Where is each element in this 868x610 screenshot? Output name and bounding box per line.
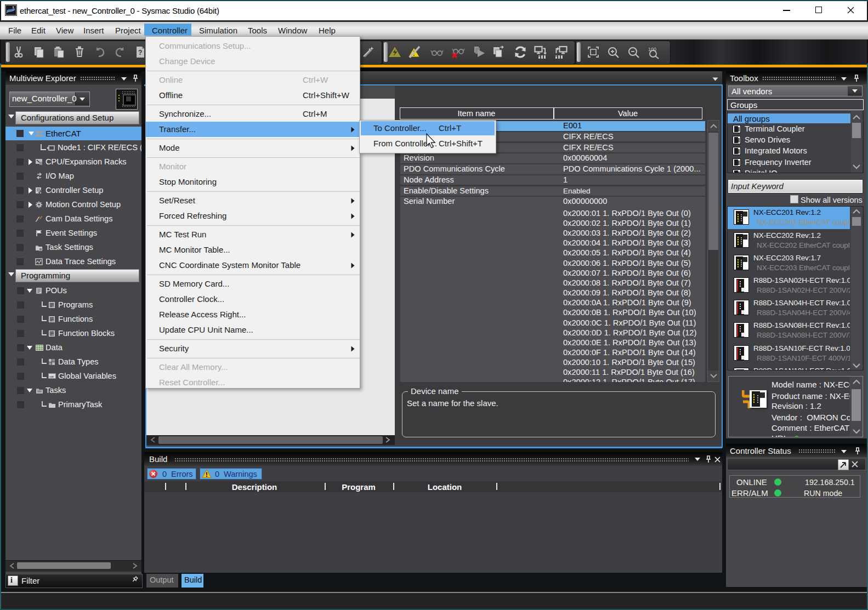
svg-text:?: ?: [138, 49, 142, 56]
svg-text:var: var: [49, 375, 54, 378]
